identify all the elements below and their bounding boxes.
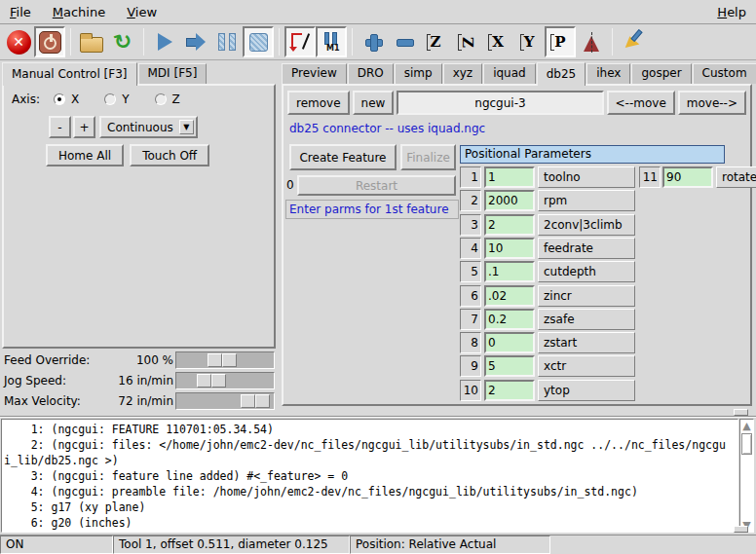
param-value-input[interactable]: [484, 190, 535, 211]
param-row: 8zstart: [460, 332, 750, 353]
run-button[interactable]: [149, 26, 180, 57]
open-file-button[interactable]: [76, 26, 107, 57]
stop-button[interactable]: [243, 26, 274, 57]
tab-dro[interactable]: DRO: [348, 63, 394, 84]
tab-mdi[interactable]: MDI [F5]: [138, 63, 208, 84]
move-right-button[interactable]: move-->: [678, 91, 746, 115]
param-value-input[interactable]: [484, 261, 535, 282]
param-value-input[interactable]: [484, 166, 535, 188]
restart-button[interactable]: Restart: [297, 175, 456, 196]
jog-mode-select[interactable]: Continuous ▼: [99, 116, 198, 138]
step-button[interactable]: [180, 26, 211, 57]
estop-button[interactable]: [3, 26, 34, 57]
create-feature-button[interactable]: Create Feature: [289, 144, 397, 170]
skip-lines-button[interactable]: [284, 26, 316, 57]
sash-grip[interactable]: [734, 409, 748, 416]
view-z-rotated-button[interactable]: Z: [451, 26, 482, 57]
param-name-button[interactable]: zstart: [538, 332, 635, 353]
axis-y-label: Y: [122, 92, 129, 106]
param-value-input[interactable]: [484, 355, 535, 377]
remove-button[interactable]: remove: [287, 91, 350, 115]
param-value-input[interactable]: [484, 380, 535, 401]
view-y-button[interactable]: Y: [513, 26, 545, 57]
clear-plot-button[interactable]: [618, 26, 649, 57]
optional-stop-button[interactable]: M1: [316, 26, 347, 57]
jog-minus-button[interactable]: -: [49, 116, 71, 138]
param-name-button[interactable]: cutdepth: [538, 261, 635, 282]
axis-radio-z[interactable]: Z: [155, 92, 180, 106]
menu-machine[interactable]: Machine: [53, 5, 105, 19]
machine-power-button[interactable]: [34, 26, 65, 57]
tab-simp[interactable]: simp: [395, 63, 442, 84]
param-name-button[interactable]: ytop: [538, 380, 635, 401]
jog-speed-slider[interactable]: [175, 372, 275, 389]
menu-help[interactable]: Help: [717, 5, 746, 19]
estop-icon: [7, 30, 31, 55]
sash-grip[interactable]: [734, 526, 748, 533]
param-value-input[interactable]: [484, 309, 535, 330]
jog-plus-button[interactable]: +: [73, 116, 95, 138]
tab-custom[interactable]: Custom: [693, 63, 756, 84]
pause-button[interactable]: [211, 26, 243, 57]
console-scrollbar[interactable]: ▲ ▼: [739, 419, 754, 533]
param-name-button[interactable]: zsafe: [538, 309, 635, 330]
param-value-input[interactable]: [662, 166, 713, 188]
reload-button[interactable]: [107, 26, 138, 57]
param-index: 8: [460, 332, 481, 353]
max-velocity-slider[interactable]: [175, 392, 275, 410]
tab-manual-control[interactable]: Manual Control [F3]: [2, 62, 137, 86]
menu-view[interactable]: View: [127, 5, 157, 19]
param-name-button[interactable]: rotate: [716, 166, 756, 188]
gcode-line: 4: (ngcgui: preamble file: /home/john/em…: [4, 484, 737, 499]
param-name-button[interactable]: zincr: [538, 285, 635, 307]
param-index: 2: [460, 190, 481, 211]
param-name-button[interactable]: rpm: [538, 190, 635, 211]
param-row: 2rpm: [460, 190, 750, 211]
view-x-button[interactable]: X: [482, 26, 513, 57]
param-name-button[interactable]: toolno: [538, 166, 635, 188]
max-velocity-value: 72 in/min: [88, 394, 173, 408]
scrollbar-thumb[interactable]: [741, 433, 752, 455]
zoom-in-button[interactable]: [358, 26, 389, 57]
touch-off-button[interactable]: Touch Off: [130, 144, 209, 166]
param-name-button[interactable]: feedrate: [538, 238, 635, 259]
param-value-input[interactable]: [484, 285, 535, 307]
view-z-button[interactable]: Z: [420, 26, 451, 57]
new-button[interactable]: new: [353, 91, 395, 115]
param-value-input[interactable]: [484, 332, 535, 353]
axis-radio-y[interactable]: Y: [104, 92, 129, 106]
tab-name-input[interactable]: [397, 91, 603, 115]
radio-icon: [54, 93, 65, 105]
gcode-line: 7: g40 (cancel cutter radius compensatio…: [4, 531, 737, 533]
gcode-line: 3: (ngcgui: feature line added) #<_featu…: [4, 468, 737, 484]
rotate-view-button[interactable]: [576, 26, 607, 57]
axis-radio-x[interactable]: X: [54, 92, 79, 106]
move-left-button[interactable]: <--move: [607, 91, 675, 115]
home-all-button[interactable]: Home All: [46, 144, 124, 166]
tab-db25[interactable]: db25: [537, 62, 586, 86]
feed-override-slider[interactable]: [175, 351, 275, 369]
tab-preview[interactable]: Preview: [282, 63, 347, 84]
param-value-input[interactable]: [484, 214, 535, 236]
param-value-input[interactable]: [484, 238, 535, 259]
finalize-button[interactable]: Finalize: [400, 144, 456, 170]
tab-gosper[interactable]: gosper: [631, 63, 691, 84]
gcode-listing[interactable]: 1: (ngcgui: FEATURE 110701:05.34.54) 2: …: [1, 419, 738, 533]
tab-ihex[interactable]: ihex: [586, 63, 630, 84]
feed-override-row: Feed Override: 100 %: [0, 351, 278, 371]
param-index: 1: [460, 166, 481, 188]
jog-speed-label: Jog Speed:: [4, 374, 66, 388]
reload-icon: [111, 29, 134, 55]
toolbar-separator: [70, 28, 71, 55]
zoom-out-button[interactable]: [389, 26, 420, 57]
view-p-button[interactable]: P: [545, 26, 576, 57]
pane-sash[interactable]: [0, 416, 756, 418]
param-name-button[interactable]: 2conv|3climb: [538, 214, 635, 236]
param-index: 9: [460, 355, 481, 377]
tab-iquad[interactable]: iquad: [483, 63, 536, 84]
menu-file[interactable]: File: [10, 5, 31, 19]
param-name-button[interactable]: xctr: [538, 355, 635, 377]
tab-xyz[interactable]: xyz: [443, 63, 483, 84]
pause-icon: [218, 33, 236, 51]
scroll-up-icon[interactable]: ▲: [740, 420, 753, 432]
